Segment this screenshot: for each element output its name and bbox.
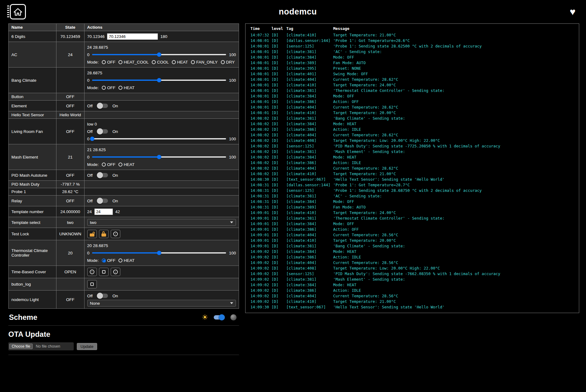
toggle-switch[interactable] <box>97 129 108 134</box>
toggle-switch[interactable] <box>97 173 108 177</box>
radio-dry[interactable]: DRY <box>221 60 235 64</box>
log-tag: [climate:386] <box>285 126 332 132</box>
entity-actions: ↑ <box>84 228 239 240</box>
entity-state: Hello World <box>56 111 84 119</box>
lock-button[interactable] <box>99 230 109 238</box>
chevron-down-icon <box>230 302 233 304</box>
radio-icon <box>102 86 106 90</box>
log-level: [D] <box>270 154 285 160</box>
log-tag: [climate:384] <box>285 199 332 204</box>
radio-heat[interactable]: HEAT <box>172 60 188 64</box>
log-message: Target Temperature: Low: 20.00°C High: 2… <box>332 138 575 143</box>
radio-icon <box>118 86 122 90</box>
log-time: 14:09:02 <box>249 293 270 299</box>
entity-actions <box>84 188 239 196</box>
log-time: 14:08:02 <box>249 160 270 165</box>
press-button[interactable] <box>87 280 97 288</box>
slider[interactable] <box>92 52 226 57</box>
slider[interactable] <box>92 250 226 255</box>
table-row: Mash Element2121 28.6250100Mode:OFFHEAT <box>9 144 239 170</box>
unlock-button[interactable] <box>87 230 97 238</box>
radio-off[interactable]: OFF <box>102 85 115 90</box>
entity-name: Mash Element <box>9 144 56 170</box>
log-time: 14:08:02 <box>249 132 270 138</box>
cover-stop-button[interactable] <box>99 268 109 276</box>
entity-state: -7787.7 % <box>56 181 84 188</box>
open-button[interactable]: ↑ <box>111 230 120 238</box>
log-tag: [climate:384] <box>285 282 332 287</box>
log-message: Fan Mode: AUTO <box>332 60 575 65</box>
entity-state <box>56 68 84 93</box>
radio-off[interactable]: OFF <box>102 162 115 167</box>
radio-heat[interactable]: HEAT <box>118 162 134 167</box>
log-tag: [climate:384] <box>285 154 332 160</box>
log-time: 14:08:01 <box>249 82 270 88</box>
slider-thumb[interactable] <box>157 52 161 57</box>
slider-max-label: 100 <box>229 155 236 159</box>
choose-file-button[interactable]: Choose file <box>9 344 33 349</box>
radio-icon <box>118 60 122 64</box>
log-time: 14:09:01 <box>249 243 270 249</box>
log-row: 14:09:02[D][climate:386]Action: IDLE <box>249 287 575 293</box>
slider-thumb[interactable] <box>157 155 161 159</box>
log-tag: [climate:389] <box>285 204 332 210</box>
mode-label: Mode: <box>87 162 99 167</box>
radio-off[interactable]: OFF <box>102 258 115 263</box>
log-row: 14:09:30[D][text_sensor:067]'Hello Text … <box>249 304 575 310</box>
radio-fan_only[interactable]: FAN_ONLY <box>191 60 218 64</box>
slider[interactable] <box>92 155 226 159</box>
entity-name: Probe 1 <box>9 188 56 196</box>
radio-icon <box>221 60 225 64</box>
log-row: 14:08:01[D][sensor:125]'Probe 1': Sendin… <box>249 43 575 49</box>
slider[interactable] <box>92 78 226 83</box>
file-input[interactable]: Choose file No file chosen <box>8 342 74 350</box>
table-row: ButtonOFF <box>9 93 239 101</box>
entity-name: Button <box>9 93 56 101</box>
log-time: 14:09:02 <box>249 265 270 271</box>
log-time: 14:08:31 <box>249 204 270 210</box>
toggle-switch[interactable] <box>97 199 108 203</box>
log-level: [D] <box>270 71 285 76</box>
value-input[interactable] <box>107 33 158 40</box>
select[interactable]: two <box>87 219 236 226</box>
cover-close-button[interactable]: ↓ <box>111 268 120 276</box>
radio-cool[interactable]: COOL <box>152 60 169 64</box>
entity-name: Template select <box>9 217 56 228</box>
table-row: nodemcu LightOFFOffOnNone <box>9 291 239 309</box>
action-text: 42 <box>115 209 120 214</box>
slider-thumb[interactable] <box>157 251 161 255</box>
log-message: Target Temperature: 21.00°C <box>332 32 575 38</box>
value-input[interactable] <box>94 208 113 215</box>
log-level: [D] <box>270 110 285 115</box>
update-button[interactable]: Update <box>77 343 97 350</box>
log-message: Target Temperature: 20.00°C <box>332 110 575 115</box>
radio-heat[interactable]: HEAT <box>118 258 134 263</box>
log-message: Action: IDLE <box>332 126 575 132</box>
log-tag: [climate:404] <box>285 132 332 138</box>
log-message: 'AC' - Sending state: <box>332 193 575 199</box>
radio-icon <box>102 163 106 167</box>
radio-off[interactable]: OFF <box>102 60 115 64</box>
select[interactable]: None <box>87 300 236 307</box>
cover-open-button[interactable]: ↑ <box>87 268 97 276</box>
scheme-toggle[interactable] <box>214 315 225 320</box>
slider-thumb[interactable] <box>90 137 94 141</box>
column-header-state: State <box>56 24 84 31</box>
slider[interactable] <box>92 136 226 141</box>
log-row: 14:08:02[D][climate:410]Target Temperatu… <box>249 171 575 176</box>
entity-state: OFF <box>56 119 84 144</box>
log-time: 14:08:01 <box>249 54 270 60</box>
toggle-switch[interactable] <box>97 294 108 298</box>
entity-state: OFF <box>56 291 84 309</box>
radio-heat_cool[interactable]: HEAT_COOL <box>118 60 149 64</box>
radio-heat[interactable]: HEAT <box>118 85 134 90</box>
log-row: 14:08:31[D][climate:384]Mode: OFF <box>249 199 575 204</box>
log-header-row: TimelevelTagMessage <box>249 26 575 32</box>
entity-name: PID Mash Autotune <box>9 170 56 181</box>
slider-thumb[interactable] <box>157 78 161 82</box>
log-level: [D] <box>270 104 285 110</box>
log-tag: [climate:410] <box>285 237 332 243</box>
toggle-off-label: Off <box>87 129 93 134</box>
log-row: 14:09:02[D][climate:384]Mode: HEAT <box>249 282 575 287</box>
toggle-switch[interactable] <box>97 104 108 108</box>
